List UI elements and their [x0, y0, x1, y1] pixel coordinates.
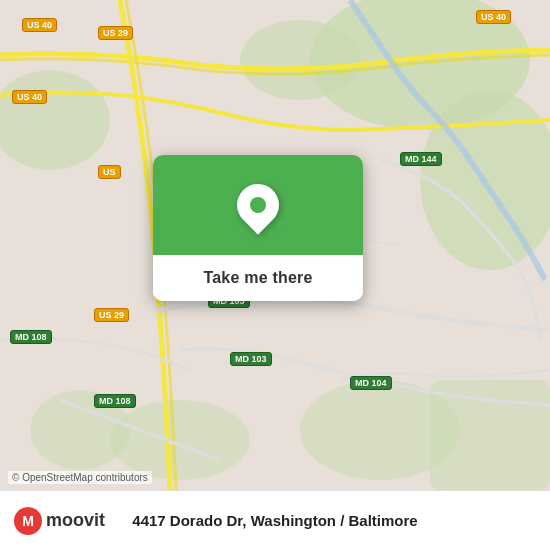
road-label-us29-top: US 29: [98, 26, 133, 40]
moovit-icon: M: [14, 507, 42, 535]
take-me-there-button[interactable]: Take me there: [153, 255, 363, 301]
road-label-us-mid: US: [98, 165, 121, 179]
road-label-us40-ml: US 40: [12, 90, 47, 104]
svg-point-7: [240, 20, 360, 100]
road-label-md108-bot: MD 108: [94, 394, 136, 408]
osm-copyright: © OpenStreetMap contributors: [8, 471, 152, 484]
location-pin: [228, 175, 287, 234]
road-label-us29-bot: US 29: [94, 308, 129, 322]
address-text: 4417 Dorado Dr, Washington / Baltimore: [132, 512, 417, 529]
road-label-md144: MD 144: [400, 152, 442, 166]
road-label-md108-left: MD 108: [10, 330, 52, 344]
map-container: US 40 US 40 US 40 US 29 US US 29 MD 103 …: [0, 0, 550, 490]
popup-map-thumbnail: [153, 155, 363, 255]
svg-point-5: [110, 400, 250, 480]
moovit-logo: M moovit: [14, 507, 105, 535]
location-pin-inner: [250, 197, 266, 213]
road-label-md103-bot: MD 103: [230, 352, 272, 366]
moovit-logo-text: moovit: [46, 510, 105, 531]
bottom-bar: 4417 Dorado Dr, Washington / Baltimore M…: [0, 490, 550, 550]
road-label-us40-tl: US 40: [22, 18, 57, 32]
popup-card: Take me there: [153, 155, 363, 301]
road-label-us40-tr: US 40: [476, 10, 511, 24]
road-label-md104: MD 104: [350, 376, 392, 390]
